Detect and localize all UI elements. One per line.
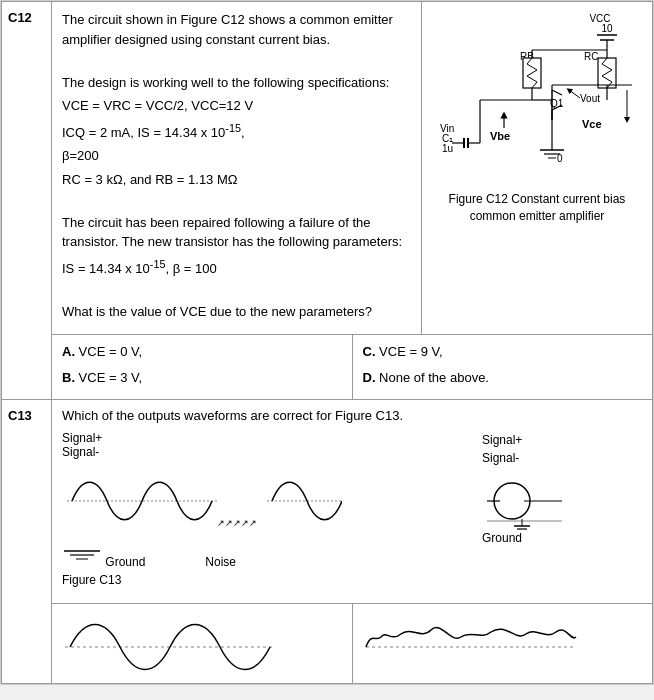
c13-waveforms: Signal+ Signal- ↗↗↗↗↗ [62, 431, 642, 587]
svg-text:Vbe: Vbe [490, 130, 510, 142]
c12-text: The circuit shown in Figure C12 shows a … [52, 2, 422, 334]
c13-right-signal-plus: Signal+ [482, 431, 522, 449]
c12-ans-b: B. VCE = 3 V, [62, 367, 342, 389]
c12-design-title: The design is working well to the follow… [62, 73, 411, 93]
c13-right-signal-minus: Signal- [482, 449, 522, 467]
svg-text:0: 0 [557, 153, 563, 164]
c13-waveform-right: Signal+ Signal- [482, 431, 642, 545]
c12-new-params: IS = 14.34 x 10-15, β = 100 [62, 256, 411, 279]
c12-spec4: RC = 3 kΩ, and RB = 1.13 MΩ [62, 170, 411, 190]
c13-left-labels: Signal+ Signal- [62, 431, 472, 459]
c12-diagram: VCC 10 RC [422, 2, 652, 334]
c13-bottom-labels: Ground Noise [62, 546, 472, 569]
c13-answer-waveforms [52, 603, 652, 683]
c12-spec2: ICQ = 2 mA, IS = 14.34 x 10-15, [62, 120, 411, 143]
c13-right-labels: Signal+ Signal- [482, 431, 522, 467]
c12-repair: The circuit has been repaired following … [62, 213, 411, 252]
c12-answers: A. VCE = 0 V, B. VCE = 3 V, C. VCE = 9 V… [52, 335, 652, 399]
c12-diagram-caption: Figure C12 Constant current bias common … [430, 191, 644, 225]
c12-content: The circuit shown in Figure C12 shows a … [52, 2, 652, 335]
c12-body: The circuit shown in Figure C12 shows a … [52, 2, 652, 399]
svg-text:Vout: Vout [580, 93, 600, 104]
c12-question: What is the value of VCE due to the new … [62, 302, 411, 322]
c13-right-ground-label: Ground [482, 531, 522, 545]
svg-line-20 [552, 90, 562, 95]
c13-body: Which of the outputs waveforms are corre… [52, 400, 652, 683]
c13-content: Which of the outputs waveforms are corre… [52, 400, 652, 603]
c13-ground-label-left: Ground [62, 546, 145, 569]
svg-text:Vce: Vce [582, 118, 602, 130]
c13-waveform-answer-right [353, 604, 653, 683]
c13-waveform-answer-left [52, 604, 353, 683]
question-c12-row: C12 The circuit shown in Figure C12 show… [1, 1, 653, 399]
c12-ans-left: A. VCE = 0 V, B. VCE = 3 V, [52, 335, 353, 399]
c13-number: C13 [2, 400, 52, 683]
c13-figure-label: Figure C13 [62, 573, 472, 587]
svg-text:1u: 1u [442, 143, 453, 154]
c13-signal-plus-label: Signal+ [62, 431, 102, 445]
c12-ans-a: A. VCE = 0 V, [62, 341, 342, 363]
c12-ans-d: D. None of the above. [363, 367, 643, 389]
c12-ans-right: C. VCE = 9 V, D. None of the above. [353, 335, 653, 399]
c13-noise-label: Noise [205, 555, 236, 569]
svg-line-24 [569, 90, 580, 98]
page: C12 The circuit shown in Figure C12 show… [0, 0, 654, 685]
c12-ans-c: C. VCE = 9 V, [363, 341, 643, 363]
c12-intro: The circuit shown in Figure C12 shows a … [62, 10, 411, 49]
c12-spec1: VCE = VRC = VCC/2, VCC=12 V [62, 96, 411, 116]
circuit-diagram: VCC 10 RC [432, 10, 642, 185]
svg-text:10: 10 [601, 23, 613, 34]
c13-question: Which of the outputs waveforms are corre… [62, 408, 642, 423]
c12-spec3: β=200 [62, 146, 411, 166]
c12-number: C12 [2, 2, 52, 399]
svg-text:RC: RC [584, 51, 598, 62]
c13-signal-minus-label: Signal- [62, 445, 99, 459]
svg-text:↗↗↗↗↗: ↗↗↗↗↗ [217, 518, 257, 528]
c13-waveform-left: Signal+ Signal- ↗↗↗↗↗ [62, 431, 472, 587]
question-c13-row: C13 Which of the outputs waveforms are c… [1, 399, 653, 684]
